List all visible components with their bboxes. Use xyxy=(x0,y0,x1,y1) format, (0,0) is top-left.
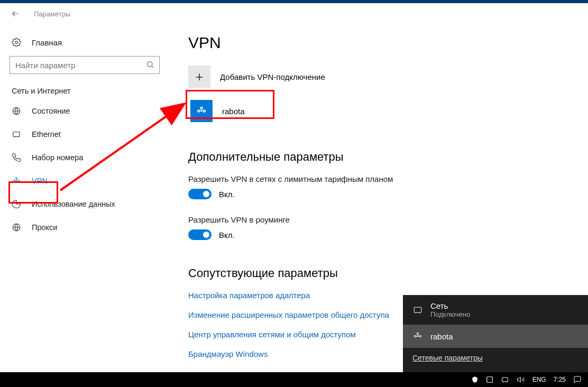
flyout-vpn-item[interactable]: rabota xyxy=(403,325,588,348)
svg-point-14 xyxy=(414,335,416,337)
svg-point-6 xyxy=(16,178,17,179)
flyout-vpn-label: rabota xyxy=(430,332,453,341)
flyout-network-item[interactable]: Сеть Подключено xyxy=(403,295,588,325)
svg-point-15 xyxy=(419,335,421,337)
svg-point-9 xyxy=(204,110,206,112)
advanced-heading: Дополнительные параметры xyxy=(188,150,588,164)
add-vpn-label: Добавить VPN-подключение xyxy=(220,72,325,81)
home-label: Главная xyxy=(32,38,62,47)
tray-app-icon[interactable] xyxy=(485,373,494,386)
window-title: Параметры xyxy=(34,10,70,18)
sidebar-item-dialup[interactable]: Набор номера xyxy=(0,146,169,169)
sidebar-category: Сеть и Интернет xyxy=(0,84,169,99)
tray-security-icon[interactable] xyxy=(470,373,480,386)
flyout-net-status: Подключено xyxy=(430,310,470,318)
svg-point-0 xyxy=(15,41,18,44)
back-button[interactable] xyxy=(6,5,24,23)
svg-point-1 xyxy=(148,62,152,67)
related-heading: Сопутствующие параметры xyxy=(188,266,588,280)
svg-rect-13 xyxy=(414,307,421,312)
sidebar-item-vpn[interactable]: VPN xyxy=(0,169,169,192)
roaming-setting-label: Разрешить VPN в роуминге xyxy=(188,215,588,224)
page-title: VPN xyxy=(188,34,588,52)
vpn-connection-item[interactable]: rabota xyxy=(188,98,262,124)
sidebar-item-label: Использование данных xyxy=(32,200,115,208)
sidebar-item-datausage[interactable]: Использование данных xyxy=(0,192,169,216)
search-icon xyxy=(146,60,154,71)
sidebar-item-label: Состояние xyxy=(32,107,70,115)
svg-point-5 xyxy=(18,180,20,182)
home-button[interactable]: Главная xyxy=(0,32,169,53)
add-vpn-button[interactable]: + Добавить VPN-подключение xyxy=(188,66,588,88)
tray-network-icon[interactable] xyxy=(500,373,510,386)
sidebar-item-ethernet[interactable]: Ethernet xyxy=(0,123,169,146)
phone-icon xyxy=(12,153,25,162)
svg-point-10 xyxy=(200,107,203,109)
taskbar: ENG 7:25 xyxy=(0,372,588,387)
gear-icon xyxy=(12,38,25,47)
roaming-toggle-state: Вкл. xyxy=(219,231,235,239)
tray-language[interactable]: ENG xyxy=(531,373,547,386)
tray-volume-icon[interactable] xyxy=(516,373,526,386)
vpn-connection-icon xyxy=(190,100,213,122)
metered-toggle-state: Вкл. xyxy=(219,190,235,199)
sidebar-item-status[interactable]: Состояние xyxy=(0,99,169,123)
search-input[interactable] xyxy=(10,56,160,74)
metered-toggle[interactable] xyxy=(188,189,212,199)
svg-point-8 xyxy=(198,110,200,112)
vpn-icon xyxy=(412,331,430,342)
vpn-connection-label: rabota xyxy=(222,107,245,116)
svg-rect-18 xyxy=(502,377,508,382)
tray-clock[interactable]: 7:25 xyxy=(553,373,567,386)
svg-point-16 xyxy=(417,333,418,334)
sidebar-item-proxy[interactable]: Прокси xyxy=(0,216,169,239)
status-icon xyxy=(12,106,25,116)
roaming-toggle[interactable] xyxy=(188,229,212,240)
ethernet-icon xyxy=(12,130,25,139)
flyout-settings-link[interactable]: Сетевые параметры xyxy=(412,354,483,362)
network-flyout: Сеть Подключено rabota Сетевые параметры xyxy=(403,295,588,372)
vpn-icon xyxy=(12,176,25,186)
data-usage-icon xyxy=(12,199,25,209)
proxy-icon xyxy=(12,223,25,232)
ethernet-icon xyxy=(412,305,430,315)
sidebar-item-label: Ethernet xyxy=(32,130,61,139)
flyout-net-title: Сеть xyxy=(430,301,470,310)
flyout-settings-link-row: Сетевые параметры xyxy=(403,348,588,372)
metered-setting-label: Разрешить VPN в сетях с лимитным тарифны… xyxy=(188,174,588,183)
sidebar-item-label: VPN xyxy=(32,177,48,185)
svg-rect-17 xyxy=(486,377,492,383)
sidebar-item-label: Прокси xyxy=(32,223,57,232)
sidebar-item-label: Набор номера xyxy=(32,153,83,162)
svg-rect-3 xyxy=(13,132,20,137)
tray-notifications-icon[interactable] xyxy=(572,373,583,386)
svg-point-4 xyxy=(13,180,15,182)
plus-icon: + xyxy=(188,66,210,88)
